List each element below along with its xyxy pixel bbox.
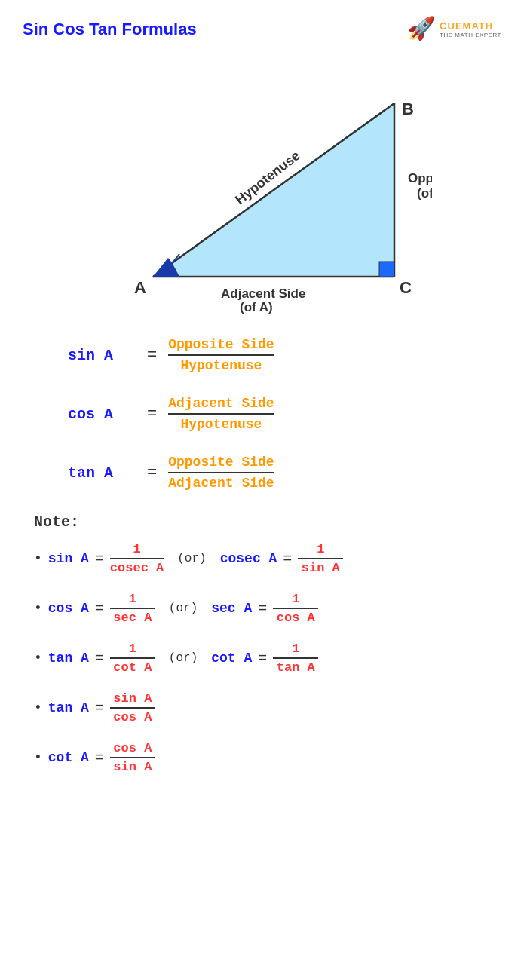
note1-rhs-bottom: sin A — [302, 559, 340, 575]
note-title: Note: — [34, 513, 490, 531]
note3-fraction: 1 cot A — [110, 642, 155, 675]
note1-bottom: cosec A — [110, 559, 164, 575]
logo-rocket-icon: 🚀 — [407, 15, 435, 43]
note3-lhs: tan A — [48, 651, 89, 666]
tan-numerator: Opposite Side — [168, 455, 274, 473]
note-item-4: • tan A = sin A cos A — [34, 691, 490, 724]
header: Sin Cos Tan Formulas 🚀 cuemath THE MATH … — [23, 15, 501, 43]
triangle-diagram: A B C Hypotenuse Opposite Side (of A) Ad… — [23, 58, 501, 314]
note4-lhs: tan A — [48, 700, 89, 715]
note-item-5: • cot A = cos A sin A — [34, 741, 490, 774]
sin-fraction: Opposite Side Hypotenuse — [168, 337, 274, 373]
formula-tan: tan A = Opposite Side Adjacent Side — [68, 455, 501, 491]
note4-top: sin A — [110, 691, 155, 709]
note4-bottom: cos A — [113, 709, 152, 724]
note2-fraction: 1 sec A — [110, 592, 155, 625]
sin-denominator: Hypotenuse — [180, 356, 262, 373]
triangle-svg: A B C Hypotenuse Opposite Side (of A) Ad… — [93, 58, 432, 314]
note1-or: (or) — [177, 552, 206, 565]
svg-text:Opposite Side: Opposite Side — [408, 171, 432, 185]
note1-rhs-top: 1 — [298, 542, 343, 559]
note3-or: (or) — [169, 651, 198, 665]
svg-rect-4 — [379, 262, 394, 277]
svg-text:A: A — [134, 278, 146, 297]
svg-text:B: B — [402, 100, 414, 118]
note4-fraction: sin A cos A — [110, 691, 155, 724]
cos-fraction: Adjacent Side Hypotenuse — [168, 396, 274, 432]
note1-lhs: sin A — [48, 551, 89, 566]
note1-rhs: cosec A — [220, 551, 277, 566]
note-item-1: • sin A = 1 cosec A (or) cosec A = 1 sin… — [34, 542, 490, 575]
note3-top: 1 — [110, 642, 155, 659]
svg-text:Adjacent Side: Adjacent Side — [221, 286, 305, 301]
note3-rhs-top: 1 — [273, 642, 318, 659]
note1-top: 1 — [110, 542, 164, 559]
svg-text:C: C — [400, 278, 412, 297]
svg-text:(of A): (of A) — [240, 300, 273, 314]
page-title: Sin Cos Tan Formulas — [23, 20, 197, 39]
cos-denominator: Hypotenuse — [180, 415, 262, 432]
logo: 🚀 cuemath THE MATH EXPERT — [407, 15, 501, 43]
note5-lhs: cot A — [48, 750, 89, 765]
note-section: Note: • sin A = 1 cosec A (or) cosec A =… — [23, 513, 501, 774]
formula-cos: cos A = Adjacent Side Hypotenuse — [68, 396, 501, 432]
note5-fraction: cos A sin A — [110, 741, 155, 774]
note5-bottom: sin A — [113, 758, 152, 774]
note2-rhs-top: 1 — [273, 592, 318, 609]
cos-numerator: Adjacent Side — [168, 396, 274, 415]
note2-rhs: sec A — [211, 601, 252, 616]
cos-lhs: cos A — [68, 406, 136, 423]
note2-rhs-bottom: cos A — [277, 609, 315, 625]
tan-denominator: Adjacent Side — [168, 473, 274, 491]
note2-or: (or) — [169, 602, 198, 615]
note2-rhs-fraction: 1 cos A — [273, 592, 318, 625]
formulas-section: sin A = Opposite Side Hypotenuse cos A =… — [68, 337, 501, 491]
note3-rhs-fraction: 1 tan A — [273, 642, 318, 675]
note-item-2: • cos A = 1 sec A (or) sec A = 1 cos A — [34, 592, 490, 625]
note5-top: cos A — [110, 741, 155, 758]
note2-lhs: cos A — [48, 601, 89, 616]
formula-sin: sin A = Opposite Side Hypotenuse — [68, 337, 501, 373]
note1-rhs-fraction: 1 sin A — [298, 542, 343, 575]
note3-rhs-bottom: tan A — [277, 659, 315, 675]
sin-numerator: Opposite Side — [168, 337, 274, 356]
tan-fraction: Opposite Side Adjacent Side — [168, 455, 274, 491]
svg-text:(of A): (of A) — [417, 186, 432, 201]
note3-bottom: cot A — [113, 659, 152, 675]
sin-lhs: sin A — [68, 347, 136, 364]
note-item-3: • tan A = 1 cot A (or) cot A = 1 tan A — [34, 642, 490, 675]
logo-name: cuemath — [440, 20, 501, 32]
tan-lhs: tan A — [68, 464, 136, 482]
note2-bottom: sec A — [113, 609, 152, 625]
note1-fraction: 1 cosec A — [110, 542, 164, 575]
note3-rhs: cot A — [211, 651, 252, 666]
logo-tagline: THE MATH EXPERT — [440, 32, 501, 38]
note2-top: 1 — [110, 592, 155, 609]
